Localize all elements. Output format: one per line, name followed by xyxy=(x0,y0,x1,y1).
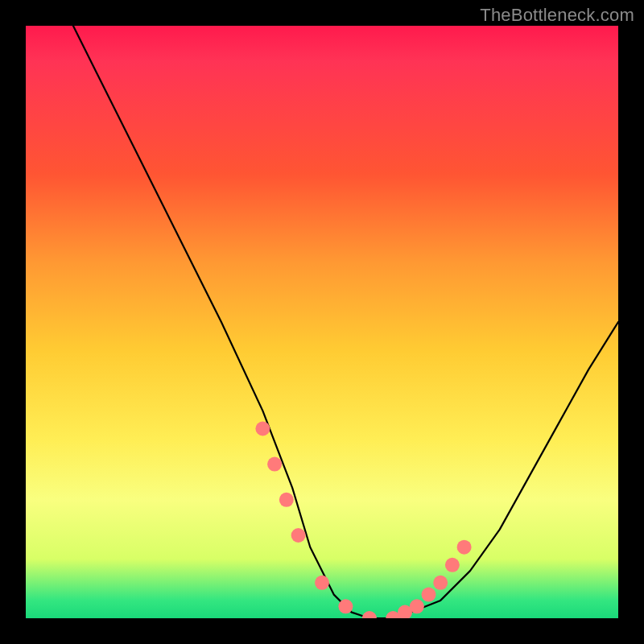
chart-container: TheBottleneck.com xyxy=(0,0,644,644)
marker-dot xyxy=(433,576,448,590)
chart-svg xyxy=(26,26,618,618)
marker-dot xyxy=(315,576,329,590)
marker-dot xyxy=(338,599,353,613)
plot-area xyxy=(26,26,618,618)
marker-dot xyxy=(279,493,294,507)
watermark-text: TheBottleneck.com xyxy=(480,5,634,26)
marker-dot xyxy=(267,457,282,472)
marker-dot xyxy=(410,599,424,613)
marker-dot xyxy=(422,588,436,602)
marker-dot xyxy=(445,558,460,572)
marker-group xyxy=(255,422,471,619)
marker-dot xyxy=(255,422,270,436)
curve-path xyxy=(73,26,618,618)
marker-dot xyxy=(457,540,472,555)
marker-dot xyxy=(291,528,306,543)
marker-dot xyxy=(362,611,377,618)
